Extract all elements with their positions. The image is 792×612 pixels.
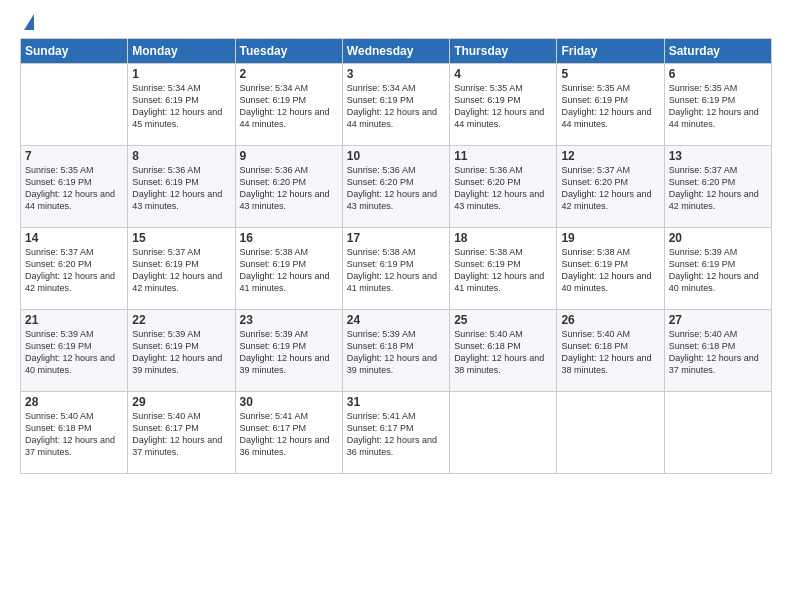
day-number: 5 xyxy=(561,67,659,81)
day-number: 18 xyxy=(454,231,552,245)
day-header-monday: Monday xyxy=(128,39,235,64)
calendar-cell: 9Sunrise: 5:36 AM Sunset: 6:20 PM Daylig… xyxy=(235,146,342,228)
day-info: Sunrise: 5:36 AM Sunset: 6:19 PM Dayligh… xyxy=(132,164,230,213)
calendar-cell: 5Sunrise: 5:35 AM Sunset: 6:19 PM Daylig… xyxy=(557,64,664,146)
day-number: 29 xyxy=(132,395,230,409)
calendar-cell: 30Sunrise: 5:41 AM Sunset: 6:17 PM Dayli… xyxy=(235,392,342,474)
calendar-cell: 28Sunrise: 5:40 AM Sunset: 6:18 PM Dayli… xyxy=(21,392,128,474)
day-header-thursday: Thursday xyxy=(450,39,557,64)
week-row-1: 7Sunrise: 5:35 AM Sunset: 6:19 PM Daylig… xyxy=(21,146,772,228)
calendar-cell: 26Sunrise: 5:40 AM Sunset: 6:18 PM Dayli… xyxy=(557,310,664,392)
day-info: Sunrise: 5:39 AM Sunset: 6:19 PM Dayligh… xyxy=(132,328,230,377)
day-number: 14 xyxy=(25,231,123,245)
calendar-cell: 13Sunrise: 5:37 AM Sunset: 6:20 PM Dayli… xyxy=(664,146,771,228)
day-info: Sunrise: 5:34 AM Sunset: 6:19 PM Dayligh… xyxy=(240,82,338,131)
day-info: Sunrise: 5:40 AM Sunset: 6:18 PM Dayligh… xyxy=(454,328,552,377)
day-info: Sunrise: 5:40 AM Sunset: 6:18 PM Dayligh… xyxy=(669,328,767,377)
day-info: Sunrise: 5:35 AM Sunset: 6:19 PM Dayligh… xyxy=(25,164,123,213)
day-info: Sunrise: 5:38 AM Sunset: 6:19 PM Dayligh… xyxy=(561,246,659,295)
calendar-cell xyxy=(21,64,128,146)
calendar-cell: 20Sunrise: 5:39 AM Sunset: 6:19 PM Dayli… xyxy=(664,228,771,310)
day-info: Sunrise: 5:39 AM Sunset: 6:19 PM Dayligh… xyxy=(25,328,123,377)
day-info: Sunrise: 5:40 AM Sunset: 6:18 PM Dayligh… xyxy=(561,328,659,377)
calendar-cell: 3Sunrise: 5:34 AM Sunset: 6:19 PM Daylig… xyxy=(342,64,449,146)
calendar-cell: 31Sunrise: 5:41 AM Sunset: 6:17 PM Dayli… xyxy=(342,392,449,474)
calendar-header-row: SundayMondayTuesdayWednesdayThursdayFrid… xyxy=(21,39,772,64)
day-number: 2 xyxy=(240,67,338,81)
day-header-saturday: Saturday xyxy=(664,39,771,64)
calendar-cell: 27Sunrise: 5:40 AM Sunset: 6:18 PM Dayli… xyxy=(664,310,771,392)
day-info: Sunrise: 5:41 AM Sunset: 6:17 PM Dayligh… xyxy=(240,410,338,459)
calendar-cell xyxy=(664,392,771,474)
day-info: Sunrise: 5:38 AM Sunset: 6:19 PM Dayligh… xyxy=(347,246,445,295)
calendar-cell: 14Sunrise: 5:37 AM Sunset: 6:20 PM Dayli… xyxy=(21,228,128,310)
calendar-cell: 25Sunrise: 5:40 AM Sunset: 6:18 PM Dayli… xyxy=(450,310,557,392)
day-number: 17 xyxy=(347,231,445,245)
day-info: Sunrise: 5:37 AM Sunset: 6:20 PM Dayligh… xyxy=(561,164,659,213)
calendar-cell: 19Sunrise: 5:38 AM Sunset: 6:19 PM Dayli… xyxy=(557,228,664,310)
day-info: Sunrise: 5:39 AM Sunset: 6:19 PM Dayligh… xyxy=(669,246,767,295)
day-info: Sunrise: 5:37 AM Sunset: 6:20 PM Dayligh… xyxy=(25,246,123,295)
day-number: 12 xyxy=(561,149,659,163)
day-number: 8 xyxy=(132,149,230,163)
calendar-cell: 7Sunrise: 5:35 AM Sunset: 6:19 PM Daylig… xyxy=(21,146,128,228)
day-number: 3 xyxy=(347,67,445,81)
day-number: 7 xyxy=(25,149,123,163)
day-number: 26 xyxy=(561,313,659,327)
day-header-sunday: Sunday xyxy=(21,39,128,64)
week-row-0: 1Sunrise: 5:34 AM Sunset: 6:19 PM Daylig… xyxy=(21,64,772,146)
day-number: 25 xyxy=(454,313,552,327)
calendar-cell: 17Sunrise: 5:38 AM Sunset: 6:19 PM Dayli… xyxy=(342,228,449,310)
day-info: Sunrise: 5:41 AM Sunset: 6:17 PM Dayligh… xyxy=(347,410,445,459)
calendar-cell: 15Sunrise: 5:37 AM Sunset: 6:19 PM Dayli… xyxy=(128,228,235,310)
calendar-cell xyxy=(450,392,557,474)
day-number: 30 xyxy=(240,395,338,409)
calendar-cell: 16Sunrise: 5:38 AM Sunset: 6:19 PM Dayli… xyxy=(235,228,342,310)
day-number: 6 xyxy=(669,67,767,81)
day-info: Sunrise: 5:38 AM Sunset: 6:19 PM Dayligh… xyxy=(240,246,338,295)
calendar-cell: 24Sunrise: 5:39 AM Sunset: 6:18 PM Dayli… xyxy=(342,310,449,392)
day-number: 11 xyxy=(454,149,552,163)
day-number: 22 xyxy=(132,313,230,327)
day-number: 24 xyxy=(347,313,445,327)
day-info: Sunrise: 5:35 AM Sunset: 6:19 PM Dayligh… xyxy=(561,82,659,131)
day-number: 4 xyxy=(454,67,552,81)
day-info: Sunrise: 5:36 AM Sunset: 6:20 PM Dayligh… xyxy=(240,164,338,213)
calendar-cell: 22Sunrise: 5:39 AM Sunset: 6:19 PM Dayli… xyxy=(128,310,235,392)
day-number: 9 xyxy=(240,149,338,163)
day-info: Sunrise: 5:35 AM Sunset: 6:19 PM Dayligh… xyxy=(454,82,552,131)
calendar-cell: 21Sunrise: 5:39 AM Sunset: 6:19 PM Dayli… xyxy=(21,310,128,392)
day-info: Sunrise: 5:39 AM Sunset: 6:18 PM Dayligh… xyxy=(347,328,445,377)
logo-text xyxy=(20,18,34,30)
day-info: Sunrise: 5:35 AM Sunset: 6:19 PM Dayligh… xyxy=(669,82,767,131)
calendar-cell: 11Sunrise: 5:36 AM Sunset: 6:20 PM Dayli… xyxy=(450,146,557,228)
calendar-cell: 1Sunrise: 5:34 AM Sunset: 6:19 PM Daylig… xyxy=(128,64,235,146)
day-number: 28 xyxy=(25,395,123,409)
day-info: Sunrise: 5:36 AM Sunset: 6:20 PM Dayligh… xyxy=(454,164,552,213)
day-info: Sunrise: 5:38 AM Sunset: 6:19 PM Dayligh… xyxy=(454,246,552,295)
day-info: Sunrise: 5:40 AM Sunset: 6:17 PM Dayligh… xyxy=(132,410,230,459)
week-row-2: 14Sunrise: 5:37 AM Sunset: 6:20 PM Dayli… xyxy=(21,228,772,310)
calendar-cell: 29Sunrise: 5:40 AM Sunset: 6:17 PM Dayli… xyxy=(128,392,235,474)
day-number: 15 xyxy=(132,231,230,245)
day-info: Sunrise: 5:36 AM Sunset: 6:20 PM Dayligh… xyxy=(347,164,445,213)
calendar-cell: 18Sunrise: 5:38 AM Sunset: 6:19 PM Dayli… xyxy=(450,228,557,310)
calendar-cell: 12Sunrise: 5:37 AM Sunset: 6:20 PM Dayli… xyxy=(557,146,664,228)
logo xyxy=(20,18,34,30)
day-number: 16 xyxy=(240,231,338,245)
day-number: 1 xyxy=(132,67,230,81)
logo-triangle-icon xyxy=(24,14,34,30)
day-header-wednesday: Wednesday xyxy=(342,39,449,64)
day-number: 10 xyxy=(347,149,445,163)
calendar-cell: 6Sunrise: 5:35 AM Sunset: 6:19 PM Daylig… xyxy=(664,64,771,146)
day-header-friday: Friday xyxy=(557,39,664,64)
week-row-3: 21Sunrise: 5:39 AM Sunset: 6:19 PM Dayli… xyxy=(21,310,772,392)
day-number: 20 xyxy=(669,231,767,245)
calendar-cell xyxy=(557,392,664,474)
page: SundayMondayTuesdayWednesdayThursdayFrid… xyxy=(0,0,792,612)
week-row-4: 28Sunrise: 5:40 AM Sunset: 6:18 PM Dayli… xyxy=(21,392,772,474)
calendar-cell: 2Sunrise: 5:34 AM Sunset: 6:19 PM Daylig… xyxy=(235,64,342,146)
calendar-cell: 4Sunrise: 5:35 AM Sunset: 6:19 PM Daylig… xyxy=(450,64,557,146)
calendar-table: SundayMondayTuesdayWednesdayThursdayFrid… xyxy=(20,38,772,474)
day-number: 23 xyxy=(240,313,338,327)
